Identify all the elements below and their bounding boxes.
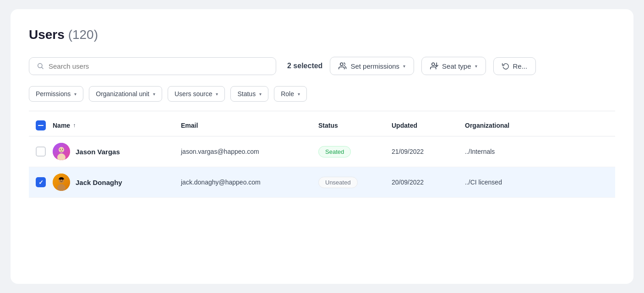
svg-point-2 [340, 63, 343, 65]
search-input[interactable] [49, 62, 268, 70]
filter-users-source[interactable]: Users source ▾ [168, 86, 225, 102]
seat-type-button[interactable]: Seat type ▾ [421, 57, 486, 75]
svg-line-1 [42, 67, 43, 69]
table-row: Jack Donaghy jack.donaghy@happeo.com Uns… [29, 167, 615, 198]
avatar-jason [53, 143, 70, 160]
reset-label: Re... [513, 62, 528, 70]
th-name: Name ↑ [53, 122, 181, 129]
svg-point-6 [432, 63, 435, 65]
search-icon [37, 62, 44, 70]
th-updated: Updated [392, 122, 465, 129]
filter-status-chevron-icon: ▾ [259, 92, 262, 97]
table-header: Name ↑ Email Status Updated Organization… [29, 120, 615, 136]
set-permissions-label: Set permissions [350, 62, 399, 70]
svg-point-9 [59, 147, 64, 152]
row-checkbox-jason[interactable] [36, 146, 46, 157]
filter-role-label: Role [281, 90, 294, 98]
status-badge-jason: Seated [318, 146, 351, 157]
user-name-jason: Jason Vargas [76, 148, 120, 156]
email-cell-jason: jason.vargas@happeo.com [181, 148, 318, 155]
seat-type-chevron-icon: ▾ [475, 64, 477, 69]
th-email: Email [181, 122, 318, 129]
filter-row: Permissions ▾ Organizational unit ▾ User… [29, 86, 615, 111]
row-checkbox-cell-jack[interactable] [29, 177, 53, 187]
seat-type-icon [430, 62, 438, 70]
svg-point-17 [62, 179, 63, 180]
avatar-jack [53, 174, 70, 191]
status-cell-jason: Seated [318, 146, 392, 157]
filter-org-unit-chevron-icon: ▾ [153, 92, 155, 97]
filter-permissions-chevron-icon: ▾ [74, 92, 76, 97]
user-cell-jack: Jack Donaghy [53, 174, 181, 191]
org-cell-jason: ../Internals [465, 148, 615, 155]
set-permissions-icon [338, 62, 347, 70]
filter-org-unit[interactable]: Organizational unit ▾ [89, 86, 162, 102]
th-status: Status [318, 122, 392, 129]
sort-name-icon[interactable]: ↑ [73, 122, 76, 129]
updated-cell-jack: 20/09/2022 [392, 179, 465, 186]
selected-count: 2 selected [287, 62, 322, 70]
svg-point-12 [62, 149, 63, 150]
set-permissions-chevron-icon: ▾ [403, 64, 405, 69]
filter-status[interactable]: Status ▾ [230, 86, 268, 102]
user-name-jack: Jack Donaghy [76, 179, 122, 186]
table-row: Jason Vargas jason.vargas@happeo.com Sea… [29, 136, 615, 167]
filter-users-source-chevron-icon: ▾ [216, 92, 218, 97]
user-cell-jason: Jason Vargas [53, 143, 181, 160]
filter-role[interactable]: Role ▾ [274, 86, 307, 102]
filter-role-chevron-icon: ▾ [298, 92, 300, 97]
filter-users-source-label: Users source [175, 90, 212, 98]
svg-point-16 [60, 179, 61, 180]
row-checkbox-jack[interactable] [36, 177, 46, 187]
header-checkbox-cell[interactable] [29, 120, 53, 130]
row-checkbox-cell-jason[interactable] [29, 146, 53, 157]
filter-status-label: Status [237, 90, 256, 98]
seat-type-label: Seat type [442, 62, 471, 70]
status-badge-jack: Unseated [318, 177, 358, 188]
main-container: Users (120) 2 selected Set [11, 9, 633, 284]
th-org: Organizational [465, 122, 615, 129]
filter-permissions-label: Permissions [36, 90, 71, 98]
org-cell-jack: ../CI licensed [465, 179, 615, 186]
filter-permissions[interactable]: Permissions ▾ [29, 86, 83, 102]
reset-button[interactable]: Re... [493, 57, 536, 75]
page-title: Users (120) [29, 27, 615, 42]
email-cell-jack: jack.donaghy@happeo.com [181, 179, 318, 186]
svg-point-11 [60, 149, 61, 150]
select-all-checkbox[interactable] [36, 120, 46, 130]
toolbar: 2 selected Set permissions ▾ [29, 57, 615, 75]
status-cell-jack: Unseated [318, 177, 392, 188]
search-box[interactable] [29, 57, 276, 75]
updated-cell-jason: 21/09/2022 [392, 148, 465, 155]
set-permissions-button[interactable]: Set permissions ▾ [330, 57, 414, 75]
reset-icon [502, 62, 509, 70]
users-table: Name ↑ Email Status Updated Organization… [29, 120, 615, 198]
filter-org-unit-label: Organizational unit [96, 90, 149, 98]
